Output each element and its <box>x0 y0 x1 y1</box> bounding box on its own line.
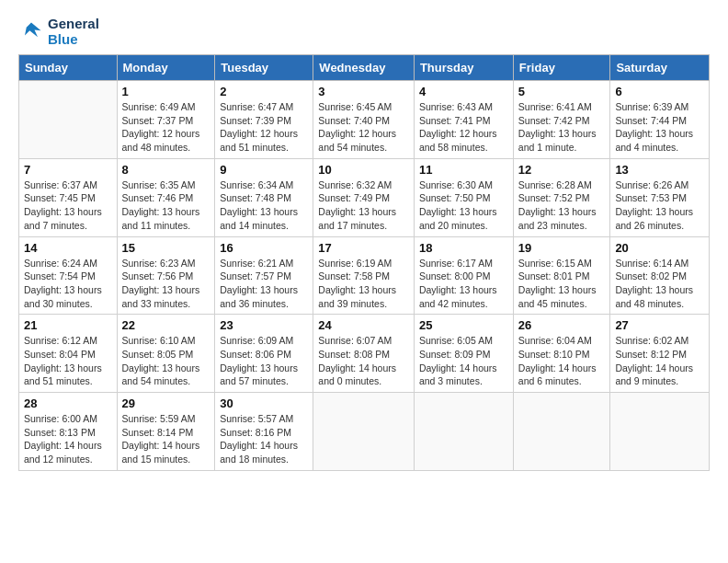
day-of-week-header: Friday <box>513 55 610 81</box>
day-info: Sunrise: 6:21 AM Sunset: 7:57 PM Dayligh… <box>220 257 308 311</box>
calendar-cell: 25Sunrise: 6:05 AM Sunset: 8:09 PM Dayli… <box>414 315 513 393</box>
calendar-cell: 23Sunrise: 6:09 AM Sunset: 8:06 PM Dayli… <box>215 315 313 393</box>
day-info: Sunrise: 6:19 AM Sunset: 7:58 PM Dayligh… <box>318 257 409 311</box>
day-number: 25 <box>419 318 508 332</box>
calendar-cell <box>313 393 415 471</box>
calendar-cell: 13Sunrise: 6:26 AM Sunset: 7:53 PM Dayli… <box>610 158 710 236</box>
day-number: 16 <box>220 241 308 255</box>
calendar-cell: 18Sunrise: 6:17 AM Sunset: 8:00 PM Dayli… <box>414 236 513 315</box>
day-info: Sunrise: 6:39 AM Sunset: 7:44 PM Dayligh… <box>615 100 704 155</box>
day-number: 19 <box>518 241 606 255</box>
day-number: 17 <box>318 241 409 255</box>
calendar-cell: 14Sunrise: 6:24 AM Sunset: 7:54 PM Dayli… <box>19 236 118 315</box>
day-info: Sunrise: 6:15 AM Sunset: 8:01 PM Dayligh… <box>518 257 606 311</box>
day-info: Sunrise: 6:34 AM Sunset: 7:48 PM Dayligh… <box>220 178 308 233</box>
calendar-cell <box>19 81 118 159</box>
calendar-week-row: 28Sunrise: 6:00 AM Sunset: 8:13 PM Dayli… <box>19 393 710 471</box>
day-number: 13 <box>615 163 704 177</box>
day-number: 3 <box>318 85 409 98</box>
day-info: Sunrise: 6:12 AM Sunset: 8:04 PM Dayligh… <box>24 334 112 388</box>
calendar-cell: 9Sunrise: 6:34 AM Sunset: 7:48 PM Daylig… <box>215 158 313 236</box>
day-info: Sunrise: 6:37 AM Sunset: 7:45 PM Dayligh… <box>24 178 112 233</box>
calendar-cell: 30Sunrise: 5:57 AM Sunset: 8:16 PM Dayli… <box>215 393 313 471</box>
calendar-cell: 22Sunrise: 6:10 AM Sunset: 8:05 PM Dayli… <box>117 315 215 393</box>
day-info: Sunrise: 6:04 AM Sunset: 8:10 PM Dayligh… <box>518 334 606 388</box>
calendar-cell: 1Sunrise: 6:49 AM Sunset: 7:37 PM Daylig… <box>117 81 215 159</box>
calendar-cell: 24Sunrise: 6:07 AM Sunset: 8:08 PM Dayli… <box>313 315 415 393</box>
calendar-cell: 11Sunrise: 6:30 AM Sunset: 7:50 PM Dayli… <box>414 158 513 236</box>
day-info: Sunrise: 6:00 AM Sunset: 8:13 PM Dayligh… <box>24 412 112 466</box>
day-of-week-header: Sunday <box>19 55 118 81</box>
day-number: 11 <box>419 163 508 177</box>
calendar-cell: 4Sunrise: 6:43 AM Sunset: 7:41 PM Daylig… <box>414 81 513 159</box>
day-info: Sunrise: 6:32 AM Sunset: 7:49 PM Dayligh… <box>318 178 409 233</box>
day-info: Sunrise: 6:23 AM Sunset: 7:56 PM Dayligh… <box>122 257 210 311</box>
day-number: 7 <box>24 163 112 177</box>
day-number: 28 <box>24 396 112 410</box>
day-number: 4 <box>419 85 508 98</box>
calendar-cell: 12Sunrise: 6:28 AM Sunset: 7:52 PM Dayli… <box>513 158 610 236</box>
logo-icon <box>18 19 44 45</box>
day-number: 14 <box>24 241 112 255</box>
day-number: 15 <box>122 241 210 255</box>
svg-marker-0 <box>22 22 41 37</box>
day-number: 22 <box>122 318 210 332</box>
calendar-week-row: 7Sunrise: 6:37 AM Sunset: 7:45 PM Daylig… <box>19 158 710 236</box>
calendar-header-row: SundayMondayTuesdayWednesdayThursdayFrid… <box>19 55 710 81</box>
page: General Blue SundayMondayTuesdayWednesda… <box>0 0 728 563</box>
day-info: Sunrise: 6:17 AM Sunset: 8:00 PM Dayligh… <box>419 257 508 311</box>
calendar-cell: 21Sunrise: 6:12 AM Sunset: 8:04 PM Dayli… <box>19 315 118 393</box>
calendar-cell: 28Sunrise: 6:00 AM Sunset: 8:13 PM Dayli… <box>19 393 118 471</box>
day-info: Sunrise: 6:10 AM Sunset: 8:05 PM Dayligh… <box>122 334 210 388</box>
day-number: 26 <box>518 318 606 332</box>
day-info: Sunrise: 6:07 AM Sunset: 8:08 PM Dayligh… <box>318 334 409 388</box>
day-info: Sunrise: 6:35 AM Sunset: 7:46 PM Dayligh… <box>122 178 210 233</box>
day-number: 9 <box>220 163 308 177</box>
day-info: Sunrise: 6:30 AM Sunset: 7:50 PM Dayligh… <box>419 178 508 233</box>
calendar-cell: 7Sunrise: 6:37 AM Sunset: 7:45 PM Daylig… <box>19 158 118 236</box>
day-number: 8 <box>122 163 210 177</box>
day-number: 23 <box>220 318 308 332</box>
day-info: Sunrise: 5:59 AM Sunset: 8:14 PM Dayligh… <box>122 412 210 466</box>
day-number: 27 <box>615 318 704 332</box>
calendar-cell: 8Sunrise: 6:35 AM Sunset: 7:46 PM Daylig… <box>117 158 215 236</box>
calendar-cell: 3Sunrise: 6:45 AM Sunset: 7:40 PM Daylig… <box>313 81 415 159</box>
day-of-week-header: Wednesday <box>313 55 415 81</box>
day-number: 1 <box>122 85 210 98</box>
day-info: Sunrise: 6:26 AM Sunset: 7:53 PM Dayligh… <box>615 178 704 233</box>
logo: General Blue <box>18 17 99 47</box>
day-number: 12 <box>518 163 606 177</box>
calendar-cell: 26Sunrise: 6:04 AM Sunset: 8:10 PM Dayli… <box>513 315 610 393</box>
header: General Blue <box>18 17 710 47</box>
calendar-week-row: 1Sunrise: 6:49 AM Sunset: 7:37 PM Daylig… <box>19 81 710 159</box>
day-info: Sunrise: 6:14 AM Sunset: 8:02 PM Dayligh… <box>615 257 704 311</box>
day-info: Sunrise: 6:47 AM Sunset: 7:39 PM Dayligh… <box>220 100 308 155</box>
calendar-cell: 2Sunrise: 6:47 AM Sunset: 7:39 PM Daylig… <box>215 81 313 159</box>
day-of-week-header: Thursday <box>414 55 513 81</box>
logo-text: General Blue <box>48 17 99 47</box>
calendar-cell: 5Sunrise: 6:41 AM Sunset: 7:42 PM Daylig… <box>513 81 610 159</box>
calendar-cell <box>414 393 513 471</box>
day-info: Sunrise: 6:43 AM Sunset: 7:41 PM Dayligh… <box>419 100 508 155</box>
calendar-cell: 16Sunrise: 6:21 AM Sunset: 7:57 PM Dayli… <box>215 236 313 315</box>
day-number: 2 <box>220 85 308 98</box>
day-number: 20 <box>615 241 704 255</box>
day-number: 10 <box>318 163 409 177</box>
calendar-cell: 10Sunrise: 6:32 AM Sunset: 7:49 PM Dayli… <box>313 158 415 236</box>
calendar-week-row: 14Sunrise: 6:24 AM Sunset: 7:54 PM Dayli… <box>19 236 710 315</box>
calendar-cell: 20Sunrise: 6:14 AM Sunset: 8:02 PM Dayli… <box>610 236 710 315</box>
day-info: Sunrise: 5:57 AM Sunset: 8:16 PM Dayligh… <box>220 412 308 466</box>
day-info: Sunrise: 6:05 AM Sunset: 8:09 PM Dayligh… <box>419 334 508 388</box>
day-info: Sunrise: 6:45 AM Sunset: 7:40 PM Dayligh… <box>318 100 409 155</box>
day-info: Sunrise: 6:41 AM Sunset: 7:42 PM Dayligh… <box>518 100 606 155</box>
day-info: Sunrise: 6:24 AM Sunset: 7:54 PM Dayligh… <box>24 257 112 311</box>
calendar-cell: 17Sunrise: 6:19 AM Sunset: 7:58 PM Dayli… <box>313 236 415 315</box>
calendar-cell <box>513 393 610 471</box>
day-of-week-header: Tuesday <box>215 55 313 81</box>
day-info: Sunrise: 6:49 AM Sunset: 7:37 PM Dayligh… <box>122 100 210 155</box>
day-number: 21 <box>24 318 112 332</box>
day-number: 18 <box>419 241 508 255</box>
calendar-cell: 15Sunrise: 6:23 AM Sunset: 7:56 PM Dayli… <box>117 236 215 315</box>
calendar-cell: 29Sunrise: 5:59 AM Sunset: 8:14 PM Dayli… <box>117 393 215 471</box>
day-number: 29 <box>122 396 210 410</box>
